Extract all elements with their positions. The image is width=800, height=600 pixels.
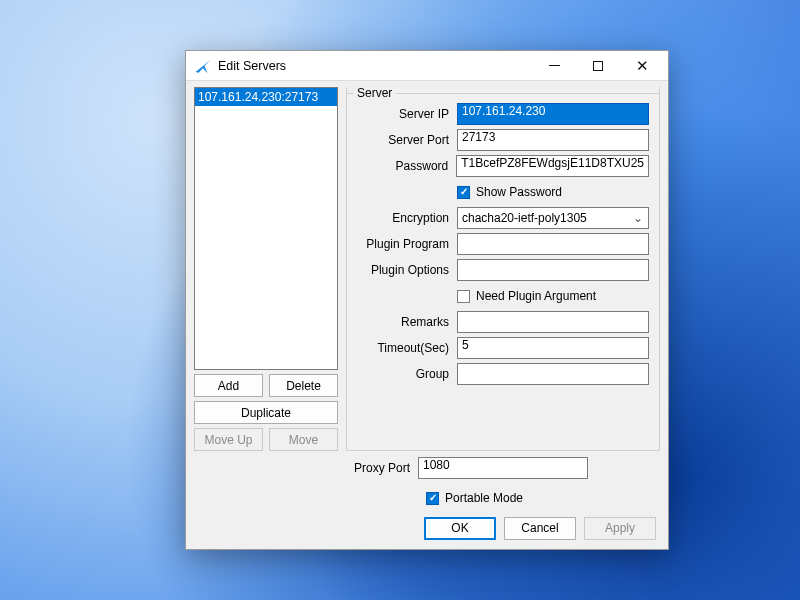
- plugin-options-label: Plugin Options: [357, 263, 457, 277]
- password-label: Password: [357, 159, 456, 173]
- proxy-port-input[interactable]: 1080: [418, 457, 588, 479]
- group-field-label: Group: [357, 367, 457, 381]
- need-plugin-arg-label: Need Plugin Argument: [476, 289, 596, 303]
- plugin-program-input[interactable]: [457, 233, 649, 255]
- maximize-icon: [593, 61, 603, 71]
- lower-pane: Proxy Port 1080 Portable Mode OK Cancel …: [194, 455, 660, 541]
- group-field-input[interactable]: [457, 363, 649, 385]
- plugin-options-input[interactable]: [457, 259, 649, 281]
- timeout-input[interactable]: 5: [457, 337, 649, 359]
- server-port-input[interactable]: 27173: [457, 129, 649, 151]
- duplicate-button[interactable]: Duplicate: [194, 401, 338, 424]
- minimize-icon: [549, 65, 560, 66]
- remarks-input[interactable]: [457, 311, 649, 333]
- left-column: 107.161.24.230:27173 Add Delete Duplicat…: [194, 87, 338, 451]
- client-area: 107.161.24.230:27173 Add Delete Duplicat…: [186, 81, 668, 549]
- remarks-label: Remarks: [357, 315, 457, 329]
- server-port-label: Server Port: [357, 133, 457, 147]
- move-down-button: Move: [269, 428, 338, 451]
- encryption-select[interactable]: chacha20-ietf-poly1305 ⌄: [457, 207, 649, 229]
- encryption-label: Encryption: [357, 211, 457, 225]
- ok-button[interactable]: OK: [424, 517, 496, 540]
- need-plugin-arg-checkbox[interactable]: [457, 290, 470, 303]
- window-title: Edit Servers: [218, 59, 532, 73]
- list-item[interactable]: 107.161.24.230:27173: [195, 88, 337, 106]
- server-ip-input[interactable]: 107.161.24.230: [457, 103, 649, 125]
- edit-servers-window: Edit Servers ✕ 107.161.24.230:27173 Add …: [185, 50, 669, 550]
- portable-mode-checkbox[interactable]: [426, 492, 439, 505]
- portable-mode-label: Portable Mode: [445, 491, 523, 505]
- show-password-label: Show Password: [476, 185, 562, 199]
- show-password-checkbox[interactable]: [457, 186, 470, 199]
- titlebar: Edit Servers ✕: [186, 51, 668, 81]
- apply-button: Apply: [584, 517, 656, 540]
- close-icon: ✕: [636, 58, 649, 73]
- groupbox-legend: Server: [353, 86, 396, 100]
- app-icon: [194, 57, 212, 75]
- encryption-value: chacha20-ietf-poly1305: [462, 211, 587, 225]
- move-up-button: Move Up: [194, 428, 263, 451]
- add-button[interactable]: Add: [194, 374, 263, 397]
- maximize-button[interactable]: [576, 51, 620, 81]
- proxy-port-label: Proxy Port: [346, 461, 418, 475]
- server-ip-label: Server IP: [357, 107, 457, 121]
- cancel-button[interactable]: Cancel: [504, 517, 576, 540]
- minimize-button[interactable]: [532, 51, 576, 81]
- server-groupbox: Server Server IP 107.161.24.230 Server P…: [346, 87, 660, 451]
- close-button[interactable]: ✕: [620, 51, 664, 81]
- delete-button[interactable]: Delete: [269, 374, 338, 397]
- chevron-down-icon: ⌄: [630, 211, 646, 225]
- plugin-program-label: Plugin Program: [357, 237, 457, 251]
- servers-listbox[interactable]: 107.161.24.230:27173: [194, 87, 338, 370]
- timeout-label: Timeout(Sec): [357, 341, 457, 355]
- password-input[interactable]: T1BcefPZ8FEWdgsjE11D8TXU25: [456, 155, 649, 177]
- right-column: Server Server IP 107.161.24.230 Server P…: [346, 87, 660, 451]
- upper-pane: 107.161.24.230:27173 Add Delete Duplicat…: [194, 87, 660, 451]
